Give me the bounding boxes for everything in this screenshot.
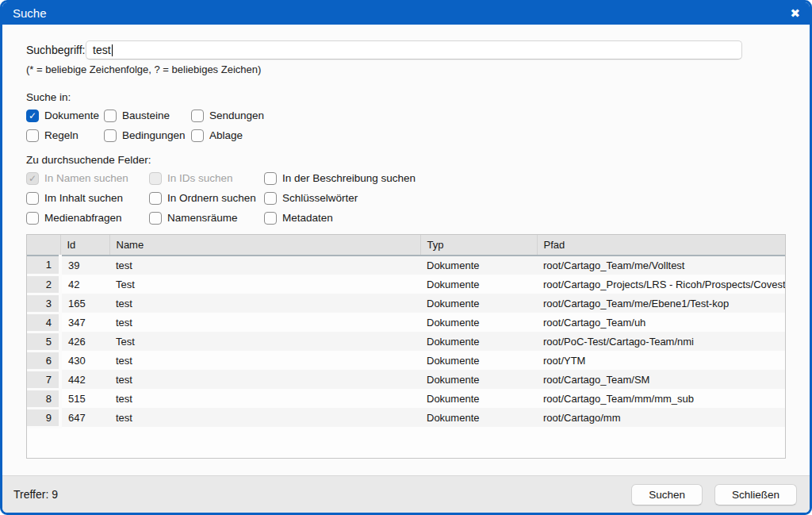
checkbox-box[interactable] [104,129,117,142]
close-button[interactable]: Schließen [714,484,797,505]
checkbox-box[interactable] [26,192,39,205]
checkbox-box[interactable] [264,212,277,225]
checkbox-box[interactable] [191,110,204,122]
search-in-label: Suche in: [26,91,786,103]
column-header-id[interactable]: Id [60,235,109,256]
table-header-row: Id Name Typ Pfad [27,235,785,256]
column-header-name[interactable]: Name [109,235,420,256]
checkbox-box[interactable] [149,212,162,225]
checkbox-box[interactable] [26,212,39,225]
results-table: Id Name Typ Pfad 1 39 test Dokumente roo… [26,234,786,459]
checkbox-box[interactable] [264,172,277,185]
checkbox-namensraeume[interactable]: Namensräume [149,208,264,228]
table-row[interactable]: 1 39 test Dokumente root/Cartago_Team/me… [27,256,785,275]
checkbox-bausteine[interactable]: Bausteine [104,106,191,125]
column-header-rownum [27,235,60,256]
checkbox-sendungen[interactable]: Sendungen [191,106,786,125]
search-term-label: Suchbegriff: [26,44,86,56]
checkbox-box[interactable] [26,110,39,122]
dialog-footer: Treffer: 9 Suchen Schließen [2,475,810,513]
checkbox-metadaten[interactable]: Metadaten [264,208,786,228]
dialog-titlebar: Suche ✖ [2,2,810,25]
table-row[interactable]: 2 42 Test Dokumente root/Cartago_Project… [27,275,785,294]
checkbox-box[interactable] [264,192,277,205]
fields-group: In Namen suchen In IDs suchen In der Bes… [26,168,786,228]
checkbox-box[interactable] [26,129,39,142]
checkbox-ablage[interactable]: Ablage [191,125,786,145]
result-count: Treffer: 9 [13,488,58,501]
checkbox-box [149,172,162,185]
checkbox-box[interactable] [191,129,204,142]
checkbox-box[interactable] [149,192,162,205]
checkbox-box[interactable] [104,110,117,122]
table-row[interactable]: 6 430 test Dokumente root/YTM [27,351,785,370]
checkbox-im-inhalt-suchen[interactable]: Im Inhalt suchen [26,188,149,208]
fields-label: Zu durchsuchende Felder: [26,154,786,166]
checkbox-dokumente[interactable]: Dokumente [26,106,104,125]
checkbox-in-ids-suchen: In IDs suchen [149,168,264,188]
text-cursor [112,44,113,56]
table-row[interactable]: 8 515 test Dokumente root/Cartago_Team/m… [27,389,785,408]
column-header-pfad[interactable]: Pfad [537,235,785,256]
table-row[interactable]: 4 347 test Dokumente root/Cartago_Team/u… [27,313,785,332]
checkbox-in-ordnern-suchen[interactable]: In Ordnern suchen [149,188,264,208]
search-dialog: Suche ✖ Suchbegriff: test (* = beliebige… [0,0,812,515]
table-row[interactable]: 3 165 test Dokumente root/Cartago_Team/m… [27,294,785,313]
dialog-title: Suche [13,6,47,20]
checkbox-schluesselwoerter[interactable]: Schlüsselwörter [264,188,786,208]
checkbox-in-der-beschreibung-suchen[interactable]: In der Beschreibung suchen [264,168,786,188]
table-row[interactable]: 7 442 test Dokumente root/Cartago_Team/S… [27,370,785,389]
close-icon[interactable]: ✖ [790,7,800,19]
checkbox-box [26,172,39,185]
search-term-input[interactable]: test [86,40,742,60]
checkbox-in-namen-suchen: In Namen suchen [26,168,149,188]
search-term-value: test [93,44,111,56]
wildcard-hint: (* = beliebige Zeichenfolge, ? = beliebi… [26,63,786,75]
checkbox-medienabfragen[interactable]: Medienabfragen [26,208,149,228]
checkbox-regeln[interactable]: Regeln [26,125,104,145]
column-header-typ[interactable]: Typ [420,235,537,256]
dialog-content: Suchbegriff: test (* = beliebige Zeichen… [2,25,810,475]
search-button[interactable]: Suchen [631,484,703,505]
search-term-row: Suchbegriff: test [26,40,786,60]
table-row[interactable]: 5 426 Test Dokumente root/PoC-Test/Carta… [27,332,785,351]
search-in-group: Dokumente Bausteine Sendungen Regeln Bed… [26,106,786,145]
table-row[interactable]: 9 647 test Dokumente root/Cartago/mm [27,408,785,427]
checkbox-bedingungen[interactable]: Bedingungen [104,125,191,145]
